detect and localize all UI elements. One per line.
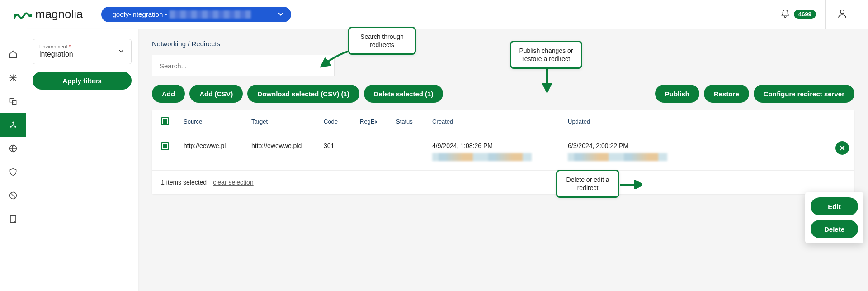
nav-copy[interactable]	[0, 90, 26, 113]
brand-mark-icon	[14, 10, 32, 19]
nav-globe[interactable]	[0, 137, 26, 160]
col-source[interactable]: Source	[184, 118, 251, 125]
svg-rect-1	[30, 14, 32, 16]
col-created[interactable]: Created	[432, 118, 568, 125]
svg-rect-3	[10, 98, 14, 102]
cell-target: http://ewewwe.pld	[251, 142, 324, 149]
nav-home[interactable]	[0, 43, 26, 66]
top-bar-right: 4699	[771, 0, 859, 29]
brand-logo: magnolia	[14, 7, 83, 21]
chevron-down-icon	[277, 10, 284, 19]
nav-shield[interactable]	[0, 160, 26, 184]
nav-star[interactable]	[0, 66, 26, 90]
cell-updated: 6/3/2024, 2:00:22 PM	[568, 142, 703, 161]
col-code[interactable]: Code	[324, 118, 360, 125]
notifications[interactable]: 4699	[771, 9, 825, 20]
nav-network[interactable]	[0, 113, 26, 137]
required-marker: *	[69, 44, 71, 49]
redacted-text	[568, 153, 667, 161]
configure-server-button[interactable]: Configure redirect server	[754, 85, 854, 103]
svg-point-5	[12, 122, 14, 123]
svg-rect-0	[14, 14, 15, 16]
restore-button[interactable]: Restore	[704, 85, 749, 103]
delete-button[interactable]: Delete	[811, 220, 858, 238]
nav-globe-block[interactable]	[0, 184, 26, 207]
delete-selected-button[interactable]: Delete selected (1)	[364, 85, 443, 103]
cell-updated-date: 6/3/2024, 2:00:22 PM	[568, 142, 628, 149]
select-all-checkbox[interactable]	[161, 117, 169, 125]
table-footer: 1 items selected clear selection	[152, 170, 854, 194]
selection-count: 1 items selected	[161, 179, 207, 186]
col-status[interactable]: Status	[396, 118, 432, 125]
main-content: Networking / Redirects Add Add (CSV) Dow…	[138, 29, 868, 291]
row-checkbox[interactable]	[161, 142, 169, 150]
svg-rect-4	[12, 100, 16, 104]
callout-search: Search through redirects	[348, 27, 416, 55]
publish-button[interactable]: Publish	[655, 85, 699, 103]
environment-pill-text: goofy-integration -	[113, 10, 167, 18]
edit-button[interactable]: Edit	[811, 197, 858, 215]
col-target[interactable]: Target	[251, 118, 324, 125]
environment-label: Environment *	[39, 44, 125, 49]
svg-point-2	[840, 10, 844, 14]
nav-document[interactable]	[0, 207, 26, 231]
table-row[interactable]: http://eewwe.pl http://ewewwe.pld 301 4/…	[152, 133, 854, 170]
user-menu[interactable]	[826, 8, 859, 21]
nav-iconbar	[0, 29, 26, 291]
notification-count: 4699	[794, 10, 816, 19]
cell-created-date: 4/9/2024, 1:08:26 PM	[432, 142, 493, 149]
callout-edit: Delete or edit a redirect	[556, 170, 619, 198]
callout-text: Delete or edit a redirect	[566, 176, 609, 191]
col-regex[interactable]: RegEx	[360, 118, 396, 125]
add-button[interactable]: Add	[152, 85, 185, 103]
clear-selection-link[interactable]: clear selection	[213, 179, 254, 186]
apply-filters-button[interactable]: Apply filters	[33, 72, 132, 90]
redirects-table: Source Target Code RegEx Status Created …	[152, 110, 854, 194]
bell-icon	[780, 9, 790, 20]
brand-text: magnolia	[35, 7, 83, 21]
cell-created: 4/9/2024, 1:08:26 PM	[432, 142, 568, 161]
environment-pill[interactable]: goofy-integration -	[101, 7, 291, 22]
chevron-down-icon	[118, 47, 125, 56]
search-input[interactable]	[160, 62, 327, 70]
environment-value: integration	[39, 50, 125, 58]
table-header: Source Target Code RegEx Status Created …	[152, 110, 854, 133]
main-layout: Environment * integration Apply filters …	[0, 29, 868, 291]
col-updated[interactable]: Updated	[568, 118, 703, 125]
callout-text: Publish changes or restore a redirect	[519, 47, 573, 62]
filter-sidebar: Environment * integration Apply filters	[26, 29, 138, 291]
redacted-text	[170, 10, 251, 19]
top-bar: magnolia goofy-integration - 4699	[0, 0, 868, 29]
cell-code: 301	[324, 142, 360, 149]
add-csv-button[interactable]: Add (CSV)	[189, 85, 243, 103]
cell-source: http://eewwe.pl	[184, 142, 251, 149]
breadcrumb: Networking / Redirects	[152, 40, 854, 48]
environment-label-text: Environment	[39, 44, 67, 49]
row-actions-popover: Edit Delete	[805, 192, 863, 243]
environment-select[interactable]: Environment * integration	[33, 39, 132, 64]
callout-text: Search through redirects	[360, 33, 404, 48]
toolbar: Add Add (CSV) Download selected (CSV) (1…	[152, 85, 854, 103]
redacted-text	[432, 153, 532, 161]
search-box[interactable]	[152, 55, 335, 76]
download-selected-button[interactable]: Download selected (CSV) (1)	[247, 85, 359, 103]
row-close-button[interactable]	[835, 141, 849, 155]
callout-publish: Publish changes or restore a redirect	[510, 41, 582, 69]
svg-rect-10	[10, 216, 16, 223]
